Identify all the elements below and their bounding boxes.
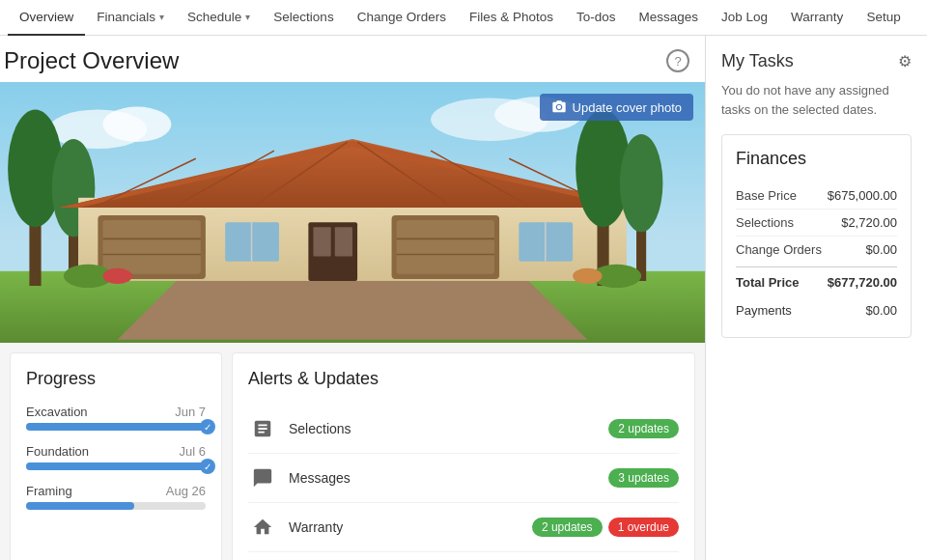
progress-item: FramingAug 26 xyxy=(26,484,206,510)
progress-check-icon xyxy=(200,459,215,474)
progress-bar xyxy=(26,502,206,510)
alert-badge: 3 updates xyxy=(608,468,679,488)
tasks-title: My Tasks xyxy=(721,51,794,71)
finances-panel: Finances Base Price$675,000.00Selections… xyxy=(721,134,912,338)
nav-item-change-orders[interactable]: Change Orders xyxy=(346,0,458,36)
nav-item-financials[interactable]: Financials ▾ xyxy=(85,0,176,36)
nav-item-to-dos[interactable]: To-dos xyxy=(565,0,628,36)
finance-row: Base Price$675,000.00 xyxy=(736,182,897,210)
svg-rect-24 xyxy=(397,220,494,274)
finance-row: Change Orders$0.00 xyxy=(736,237,897,263)
alert-item-warranty[interactable]: Warranty2 updates1 overdue xyxy=(248,503,679,552)
alert-label: Selections xyxy=(289,421,597,436)
camera-icon xyxy=(551,99,567,115)
progress-item-label: Excavation xyxy=(26,405,88,419)
progress-title: Progress xyxy=(26,369,206,389)
payments-label: Payments xyxy=(736,303,792,318)
alert-item-selections[interactable]: Selections2 updates xyxy=(248,405,679,454)
total-price-label: Total Price xyxy=(736,275,800,290)
nav-item-job-log[interactable]: Job Log xyxy=(710,0,779,36)
nav-item-selections[interactable]: Selections xyxy=(262,0,345,36)
finance-row-value: $675,000.00 xyxy=(828,188,897,203)
progress-item-label: Framing xyxy=(26,484,72,498)
progress-check-icon xyxy=(200,419,215,434)
svg-rect-29 xyxy=(335,227,352,256)
tasks-header: My Tasks ⚙ xyxy=(721,51,912,71)
warranty-icon xyxy=(248,513,277,542)
finances-title: Finances xyxy=(736,149,897,169)
tasks-empty-message: You do not have any assigned tasks on th… xyxy=(721,81,912,119)
messages-icon xyxy=(248,463,277,492)
payments-value: $0.00 xyxy=(865,303,897,318)
svg-point-41 xyxy=(102,268,131,284)
help-button[interactable]: ? xyxy=(666,49,689,72)
finance-payments-row: Payments $0.00 xyxy=(736,297,897,323)
nav-item-overview[interactable]: Overview xyxy=(8,0,85,36)
bottom-section: Progress ExcavationJun 7FoundationJul 6F… xyxy=(0,343,705,560)
alerts-title: Alerts & Updates xyxy=(248,369,679,389)
svg-rect-28 xyxy=(313,227,330,256)
alert-badges: 3 updates xyxy=(608,468,679,488)
nav-item-schedule[interactable]: Schedule ▾ xyxy=(176,0,262,36)
progress-item-date: Jun 7 xyxy=(175,405,206,419)
finance-row-value: $0.00 xyxy=(865,242,897,257)
update-cover-label: Update cover photo xyxy=(573,100,682,115)
finance-row-value: $2,720.00 xyxy=(841,215,897,230)
update-cover-button[interactable]: Update cover photo xyxy=(540,94,693,121)
page-title: Project Overview xyxy=(4,47,179,74)
progress-panel: Progress ExcavationJun 7FoundationJul 6F… xyxy=(10,352,222,560)
progress-bar xyxy=(26,462,206,470)
chevron-down-icon: ▾ xyxy=(159,12,164,22)
chevron-down-icon: ▾ xyxy=(245,12,250,22)
alert-badge: 1 overdue xyxy=(608,518,679,537)
finance-row-label: Selections xyxy=(736,215,794,230)
right-sidebar: My Tasks ⚙ You do not have any assigned … xyxy=(705,36,927,560)
progress-item: ExcavationJun 7 xyxy=(26,405,206,431)
alert-label: Messages xyxy=(289,470,597,486)
alert-badge: 2 updates xyxy=(532,518,603,537)
selections-icon xyxy=(248,414,277,443)
alerts-panel: Alerts & Updates Selections2 updatesMess… xyxy=(232,352,695,560)
svg-point-2 xyxy=(102,107,171,143)
progress-item-label: Foundation xyxy=(26,444,89,459)
finance-row-label: Change Orders xyxy=(736,242,822,257)
nav-item-setup[interactable]: Setup xyxy=(855,0,912,36)
progress-item: FoundationJul 6 xyxy=(26,444,206,470)
cover-photo-container: Update cover photo xyxy=(0,82,705,343)
svg-rect-20 xyxy=(102,220,200,274)
alert-label: Warranty xyxy=(289,519,520,535)
finance-row: Selections$2,720.00 xyxy=(736,210,897,237)
alert-badges: 2 updates xyxy=(608,419,679,438)
page-header: Project Overview ? xyxy=(0,36,705,82)
finance-row-label: Base Price xyxy=(736,188,797,203)
progress-item-date: Aug 26 xyxy=(166,484,206,498)
tasks-settings-icon[interactable]: ⚙ xyxy=(898,52,912,70)
svg-marker-38 xyxy=(118,281,588,340)
nav-item-warranty[interactable]: Warranty xyxy=(779,0,855,36)
nav-item-messages[interactable]: Messages xyxy=(628,0,711,36)
svg-point-42 xyxy=(573,268,602,284)
finance-total-row: Total Price $677,720.00 xyxy=(736,266,897,297)
main-nav: OverviewFinancials ▾Schedule ▾Selections… xyxy=(0,0,927,36)
alert-item-messages[interactable]: Messages3 updates xyxy=(248,454,679,503)
progress-bar xyxy=(26,423,206,431)
total-price-value: $677,720.00 xyxy=(828,275,897,290)
alert-badges: 2 updates1 overdue xyxy=(532,518,679,537)
svg-point-37 xyxy=(620,134,663,232)
alert-badge: 2 updates xyxy=(608,419,679,438)
progress-item-date: Jul 6 xyxy=(180,444,206,459)
nav-item-files-photos[interactable]: Files & Photos xyxy=(458,0,565,36)
